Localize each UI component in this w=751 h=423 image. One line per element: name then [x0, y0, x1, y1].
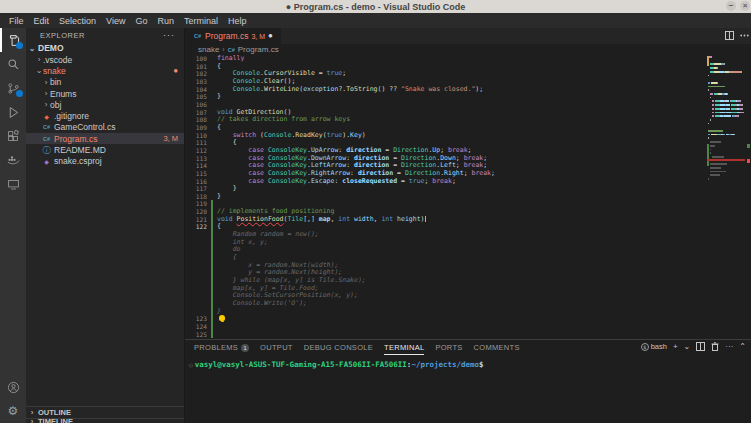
minimize-button[interactable]: − — [726, 1, 736, 11]
kill-terminal-trash-icon[interactable] — [711, 342, 719, 351]
panel-tab-ports[interactable]: PORTS — [435, 340, 462, 355]
panel-more-actions-icon[interactable]: ··· — [725, 342, 733, 351]
panel-tab-label: COMMENTS — [474, 343, 520, 352]
maximize-panel-icon[interactable]: ⌃ — [739, 342, 746, 351]
minimap-line — [708, 126, 745, 128]
remote-explorer-icon[interactable] — [0, 172, 26, 196]
chevron-right-icon: › — [35, 55, 43, 64]
outline-section[interactable]: › OUTLINE — [26, 406, 184, 418]
tab-program-cs[interactable]: C# Program.cs 3, M ● — [185, 28, 281, 44]
close-button[interactable]: × — [740, 1, 750, 11]
minimap-line — [708, 60, 745, 62]
tree-item-gamecontrolcs[interactable]: C#GameControl.cs — [26, 122, 184, 133]
explorer-more-actions-icon[interactable]: ··· — [163, 30, 175, 40]
breadcrumb-folder[interactable]: snake — [198, 45, 219, 54]
menu-go[interactable]: Go — [130, 13, 152, 28]
line-number: 110 — [185, 132, 207, 140]
panel-tab-label: PROBLEMS — [194, 343, 238, 352]
search-icon[interactable] — [0, 52, 26, 76]
tree-item-label: snake — [43, 66, 66, 76]
settings-icon[interactable]: ⚙ — [0, 399, 26, 423]
line-number: 101 — [185, 63, 207, 71]
tree-item-programcs[interactable]: C#Program.cs3, M — [26, 133, 184, 144]
minimap-line — [708, 86, 745, 88]
panel-tab-output[interactable]: OUTPUT — [260, 340, 293, 355]
minimap-line — [708, 63, 745, 65]
terminal-prompt: $ — [479, 360, 484, 369]
explorer-icon[interactable] — [0, 28, 26, 52]
editor-tab-bar: C# Program.cs 3, M ● — [185, 28, 751, 44]
code-line: 105} — [185, 93, 751, 101]
run-debug-icon[interactable] — [0, 100, 26, 124]
menu-view[interactable]: View — [101, 13, 130, 28]
line-number — [185, 254, 207, 262]
accounts-icon[interactable] — [0, 375, 26, 399]
lightbulb-quickfix-icon[interactable] — [219, 315, 225, 321]
timeline-section[interactable]: › TIMELINE — [26, 418, 184, 423]
minimap[interactable] — [707, 56, 745, 206]
more-actions-icon[interactable] — [740, 31, 749, 40]
panel-tab-comments[interactable]: COMMENTS — [474, 340, 520, 355]
code-line: 104 Console.WriteLine(exception?.ToStrin… — [185, 86, 751, 94]
docker-icon[interactable] — [0, 148, 26, 172]
line-number — [185, 285, 207, 293]
code-editor[interactable]: 100finally101{102 Console.CursorVisible … — [185, 55, 751, 339]
terminal-dropdown-icon[interactable]: ⌄ — [684, 342, 691, 351]
shell-selector[interactable]: $ bash — [641, 342, 667, 351]
tree-item-readmemd[interactable]: ⓘREADME.MD — [26, 144, 184, 155]
line-number: 114 — [185, 162, 207, 170]
info-file-icon: ⓘ — [42, 146, 51, 155]
overview-ruler — [745, 56, 751, 339]
minimap-modified-marker — [707, 56, 709, 66]
proj-file-icon: ◆ — [42, 157, 51, 166]
minimap-line — [708, 123, 745, 125]
new-terminal-icon[interactable]: + — [673, 342, 678, 351]
extensions-icon[interactable] — [0, 124, 26, 148]
panel-tab-debug-console[interactable]: DEBUG CONSOLE — [304, 340, 373, 355]
tree-item-label: README.MD — [54, 145, 106, 155]
line-number: 109 — [185, 124, 207, 132]
tree-item-snake[interactable]: ⌄snake● — [26, 65, 184, 76]
badge — [16, 42, 23, 49]
tree-item-snakecsproj[interactable]: ◆snake.csproj — [26, 156, 184, 167]
tab-problems-badge: 3, M — [251, 33, 265, 40]
minimap-line — [708, 97, 745, 99]
minimap-line — [708, 134, 745, 136]
tree-item-vscode[interactable]: ›.vscode — [26, 54, 184, 65]
menu-terminal[interactable]: Terminal — [179, 13, 223, 28]
split-editor-icon[interactable] — [725, 31, 734, 40]
minimap-added-marker — [707, 144, 709, 166]
menu-file[interactable]: File — [4, 13, 29, 28]
menu-help[interactable]: Help — [223, 13, 252, 28]
line-number: 103 — [185, 78, 207, 86]
line-number: 123 — [185, 315, 207, 323]
panel-tab-terminal[interactable]: TERMINAL — [384, 340, 424, 355]
tree-item-label: .vscode — [43, 55, 72, 65]
chevron-right-icon: › — [28, 408, 36, 417]
menu-run[interactable]: Run — [152, 13, 179, 28]
csharp-file-icon: C# — [228, 47, 235, 53]
explorer-title: EXPLORER — [40, 31, 85, 40]
panel-tab-problems[interactable]: PROBLEMS1 — [194, 340, 249, 355]
menu-edit[interactable]: Edit — [29, 13, 55, 28]
problems-count-badge: 1 — [241, 344, 249, 352]
menu-selection[interactable]: Selection — [54, 13, 101, 28]
tree-item-enums[interactable]: ›Enums — [26, 88, 184, 99]
tree-item-gitignore[interactable]: ◆.gitignore — [26, 110, 184, 121]
code-line: 123 — [185, 315, 751, 323]
code-line: 124 — [185, 323, 751, 331]
tree-item-obj[interactable]: ›obj — [26, 99, 184, 110]
line-number: 122 — [185, 223, 207, 231]
breadcrumb-file[interactable]: Program.cs — [238, 45, 279, 54]
breadcrumb-separator: › — [222, 46, 224, 53]
minimap-line — [708, 145, 745, 147]
split-terminal-icon[interactable] — [696, 342, 705, 351]
folder-root-demo[interactable]: ⌄ DEMO — [26, 42, 184, 54]
source-control-icon[interactable] — [0, 76, 26, 100]
tree-item-label: obj — [50, 100, 61, 110]
tab-modified-dot-icon[interactable]: ● — [268, 32, 273, 40]
minimap-line — [708, 130, 745, 132]
tree-item-bin[interactable]: ›bin — [26, 77, 184, 88]
code-line: 108// takes direction from arrow keys — [185, 116, 751, 124]
terminal[interactable]: ○ vasyl@vasyl-ASUS-TUF-Gaming-A15-FA506I… — [185, 355, 751, 423]
